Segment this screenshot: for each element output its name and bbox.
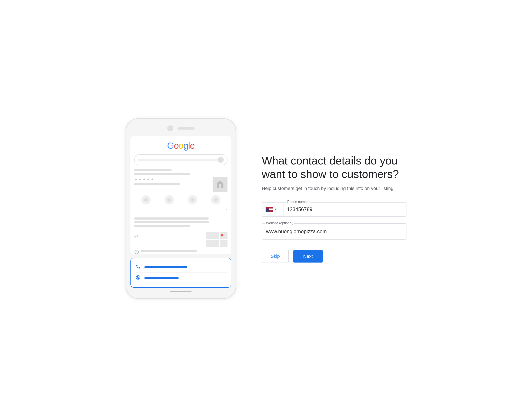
svg-rect-2 (219, 184, 221, 188)
map-road-h (206, 239, 228, 240)
phone-number-input[interactable] (283, 203, 406, 216)
country-selector[interactable]: ▾ (262, 202, 283, 217)
placeholder-line (134, 173, 190, 175)
phone-row (135, 262, 227, 272)
search-icon (218, 157, 224, 163)
phone-card-icon (135, 264, 141, 271)
clock-icon: 🕐 (134, 250, 139, 254)
phone-number-label: Phone number (286, 200, 311, 204)
form-title: What contact details do you want to show… (262, 154, 407, 181)
directions-icon (165, 195, 174, 204)
svg-point-3 (144, 198, 148, 202)
phone-card-line (145, 266, 187, 268)
placeholder-line (134, 221, 209, 223)
expand-arrow: › (134, 208, 228, 213)
skip-button[interactable]: Skip (262, 250, 289, 263)
text-block-1 (134, 218, 228, 227)
placeholder-line (134, 183, 180, 185)
dropdown-arrow-icon: ▾ (275, 207, 277, 211)
logo-o1: o (174, 141, 178, 151)
call-icon (141, 195, 151, 204)
divider (134, 215, 228, 215)
svg-point-6 (214, 198, 218, 202)
website-row (135, 272, 227, 283)
map-pin-icon: 📍 (219, 234, 225, 239)
phone-camera (167, 125, 173, 131)
website-field: Website (optional) (262, 223, 407, 240)
logo-o2: o (178, 141, 183, 151)
map-area: ◎ 📍 (134, 232, 228, 247)
placeholder-line (134, 218, 209, 219)
search-bar (134, 154, 228, 165)
save-icon (188, 195, 197, 204)
next-button[interactable]: Next (293, 250, 323, 262)
phone-notch (130, 125, 231, 131)
phone-number-field: Phone number (283, 202, 407, 217)
phone-bottom-card (130, 258, 231, 288)
share-icon (211, 195, 220, 204)
us-flag-icon (266, 207, 273, 212)
form-subtitle: Help customers get in touch by including… (262, 185, 407, 192)
phone-field-row: ▾ Phone number (262, 202, 407, 217)
action-icons-row (134, 195, 228, 204)
search-bar-line (138, 159, 218, 161)
button-row: Skip Next (262, 250, 407, 263)
phone-screen: Google ★ ★ ★ ★ ★ (130, 136, 231, 254)
map-thumbnail: 📍 (206, 232, 228, 247)
svg-point-4 (167, 198, 171, 202)
home-bar-indicator (170, 291, 191, 292)
clock-row: 🕐 (134, 250, 228, 254)
phone-home-bar (130, 291, 231, 294)
svg-marker-1 (216, 181, 224, 183)
svg-point-5 (191, 198, 195, 202)
location-pin-icon: ◎ (134, 233, 138, 239)
store-icon (213, 177, 228, 192)
placeholder-line (141, 250, 197, 252)
website-input[interactable] (262, 224, 406, 239)
placeholder-line (134, 225, 190, 227)
website-card-line (145, 277, 178, 279)
website-label: Website (optional) (265, 221, 294, 225)
divider (134, 230, 228, 230)
stars-row: ★ ★ ★ ★ ★ (134, 177, 210, 181)
globe-card-icon (135, 275, 141, 281)
phone-mockup: Google ★ ★ ★ ★ ★ (125, 118, 236, 299)
form-side: What contact details do you want to show… (262, 154, 407, 263)
logo-e: e (190, 141, 195, 151)
phone-speaker (177, 127, 195, 130)
main-container: Google ★ ★ ★ ★ ★ (0, 118, 532, 299)
logo-g2: g (183, 141, 188, 151)
placeholder-line (134, 169, 172, 171)
google-logo: Google (134, 141, 228, 151)
logo-g: G (167, 141, 174, 151)
result-block-1: ★ ★ ★ ★ ★ (134, 169, 228, 192)
